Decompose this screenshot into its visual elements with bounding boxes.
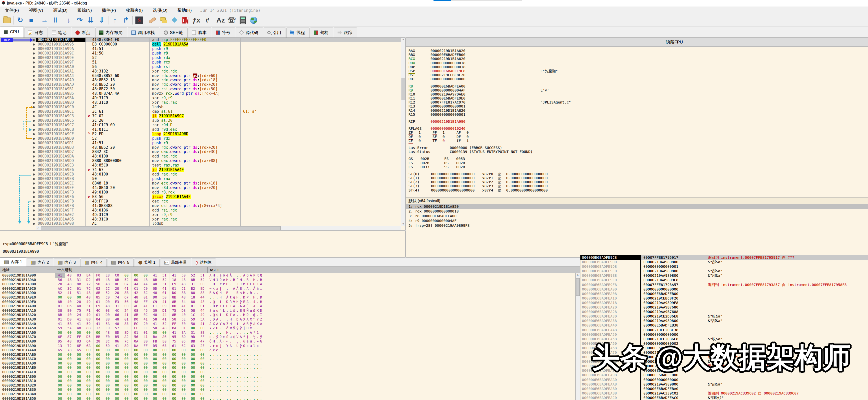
disasm-row[interactable]: 00000219D1B1AA08AClodsb [0,222,405,226]
stack-row[interactable]: 000000E6BADFE9E000000219AA989800&"郘&a" [581,269,868,273]
breakpoint-dot[interactable] [33,97,35,99]
stack-row[interactable]: 000000E6BADFEA4800000219CE2D3F38 [581,328,868,332]
patches-icon[interactable] [147,15,158,26]
tab-线程[interactable]: 线程 [286,28,310,37]
breakpoint-dot[interactable] [33,223,35,225]
disasm-row[interactable]: 00000219D1B1A9E348:85C0test rax,rax [0,163,405,168]
functions-icon[interactable]: ƒx [191,15,202,26]
dump-row[interactable]: 00000219D1B1AA0001D64D31C94831C0AC41C1C9… [0,304,576,309]
stack-row[interactable]: 000000E6BADFEA3800000219AA989800&"郘&a" [581,318,868,323]
stack-row[interactable]: 000000E6BADFE9C800007FFE81795917返回到 inst… [581,255,868,260]
stack-row[interactable]: 000000E6BADFE9E800000219AA989800&"郘&a" [581,273,868,278]
stack-row[interactable]: 000000E6BADFEA2000000219AA9B7680 [581,305,868,310]
disasm-row[interactable]: 00000219D1B1A9CB41:01C1add r9d,eax [0,127,405,132]
dump-tab-内存 2[interactable]: 内存 2 [27,258,53,266]
trace-over-icon[interactable]: ⇓ [96,15,107,26]
tab-引用[interactable]: 引用 [264,28,286,37]
disasm-row[interactable]: 00000219D1B1A9FF48:01D6add rsi,rdx [0,208,405,213]
scroll-down-icon[interactable]: ∨ [401,222,405,225]
open-file-icon[interactable] [1,15,12,26]
dump-row[interactable]: 00000219D1B1AAB0000000000000000000000000… [0,352,576,357]
breakpoint-dot[interactable] [33,111,35,113]
breakpoint-dot[interactable] [33,151,35,153]
disasm-row[interactable]: 00000219D1B1A99C41:50push r8 [0,51,405,56]
disasm-scroll-thumb[interactable] [402,78,405,100]
tab-笔记[interactable]: 笔记 [48,28,71,37]
breakpoint-dot[interactable] [33,169,35,171]
breakpoint-dot[interactable] [33,178,35,180]
dump-row[interactable]: 00000219D1B1A9D0524151488B52208B423C4801… [0,291,576,295]
pause-icon[interactable]: ‖ [50,15,61,26]
breakpoint-dot[interactable] [33,102,35,104]
tab-内存布局[interactable]: 内存布局 [95,28,127,37]
stack-row[interactable]: 000000E6BADFEAB800000219AC339C02返回到 0000… [581,391,868,396]
stack-row[interactable]: 000000E6BADFEA3000000219CE2D36E8&"哎&a" [581,314,868,318]
disasm-hscroll-thumb[interactable] [41,226,281,230]
dump-row[interactable]: 00000219D1B1A9B020488B7250480FB74A4A4D31… [0,282,576,286]
favourites-icon[interactable]: ❖ [169,15,180,26]
dump-row[interactable]: 00000219D1B1A9C0AC3C617C022C2041C1C90D41… [0,286,576,291]
breakpoint-dot[interactable] [33,120,35,122]
dump-row[interactable]: 00000219D1B1A9F08B40204901D0E35648FFC941… [0,300,576,304]
scroll-up-icon[interactable]: ∧ [401,38,405,42]
stack-row[interactable]: 000000E6BADFEAC0000000E6BADFEAC0&"狸吆?" [581,396,868,400]
stack-row[interactable]: 000000E6BADFE9F000000219AA9899F8 [581,278,868,282]
breakpoint-dot[interactable] [33,165,35,167]
disasm-row[interactable]: 00000219D1B1A9D141:51push r9 [0,141,405,145]
bookmarks-icon[interactable] [180,15,191,26]
rflags-row[interactable]: RFLAGS0000000000010246 [408,126,868,131]
dump-row[interactable]: 00000219D1B1A990414883E4F0E8C00000004151… [0,273,576,278]
disasm-row[interactable]: 00000219D1B1A99E52push rdx [0,56,405,60]
dump-row[interactable]: 00000219D1B1AB30000000000000000000000000… [0,388,576,392]
disasm-row[interactable]: 00000219D1B1A9DA48:01D0add rax,rdx [0,154,405,159]
disasm-row[interactable]: 00000219D1B1AA0548:31C0xor rax,rax [0,217,405,222]
register-row[interactable]: R1400000219D1B1A820 [408,109,868,113]
disasm-row[interactable]: 00000219D1B1A9A948:8B52 18mov rdx,qword … [0,78,405,83]
breakpoint-dot[interactable] [33,115,35,117]
dump-col-address[interactable]: 地址 [0,267,55,273]
breakpoint-dot[interactable] [33,205,35,207]
tab-CPU[interactable]: CPU [0,27,24,37]
register-row[interactable]: RBX000000E6BADFEB00 [408,53,868,57]
stack-row[interactable]: 000000E6BADFEAB0000000E6BADFEBA0 [581,387,868,391]
breakpoint-dot[interactable] [33,192,35,194]
run-to-user-code-icon[interactable]: ↱ [120,15,131,26]
menu-item-插件P[interactable]: 插件(P) [97,6,121,14]
disasm-row[interactable]: 00000219D1B1A99F51push rcx [0,60,405,65]
disasm-row[interactable]: 00000219D1B1A9FB41:8B3488mov esi,dword p… [0,204,405,208]
tab-句柄[interactable]: 句柄 [310,28,333,37]
register-row[interactable]: RCX00000219D1B1A820 [408,57,868,61]
register-row[interactable]: RSI00000219CEBC8F20 [408,73,868,77]
register-row[interactable]: RDX0000000000000018 [408,61,868,65]
breakpoint-dot[interactable] [33,79,35,81]
disasm-row[interactable]: 00000219D1B1A99A41:51push r9 [0,47,405,51]
dump-scroll-thumb[interactable] [576,278,580,296]
breakpoint-dot[interactable] [33,142,35,144]
disasm-row[interactable]: 00000219D1B1A9C52C 20sub al,20 [0,118,405,123]
breakpoint-dot[interactable] [33,88,35,90]
stack-row[interactable]: 000000E6BADFE9D000000219AA989800&"郘&a" [581,260,868,264]
disasm-row[interactable]: 00000219D1B1A9F6vE3 56jrcxz 219D1B1AA4E [0,195,405,199]
dump-row[interactable]: 00000219D1B1AB40000000000000000000000000… [0,392,576,397]
dump-tab-内存 3[interactable]: 内存 3 [54,258,80,266]
disasm-row[interactable]: 00000219D1B1A9A148:31D2xor rdx,rdx [0,69,405,74]
stack-row[interactable]: 000000E6BADFEA40000000E6BADFEB38 [581,323,868,327]
breakpoint-dot[interactable] [33,173,35,175]
dump-row[interactable]: 00000219D1B1AAF0000000000000000000000000… [0,370,576,374]
dump-row[interactable]: 00000219D1B1AAA0657865000000000000000000… [0,348,576,352]
disassembly-panel[interactable]: 00000219D1B1A9904148:83E4 F0and rsp,FFFF… [0,37,405,230]
register-row[interactable]: R150000000000000001 [408,113,868,116]
register-row[interactable]: R900000000000004AFL'ү' [408,88,868,92]
breakpoint-dot[interactable] [33,160,35,162]
disasm-horizontal-scrollbar[interactable]: ‹ [36,226,401,230]
website-icon[interactable] [248,15,259,26]
register-row[interactable]: RSP000000E6BADFE9C8L"夗腹翾" [408,69,868,73]
dump-row[interactable]: 00000219D1B1AA208B40244901D066418B0C4844… [0,313,576,317]
stack-row[interactable]: 000000E6BADFEA08000000E6BADFEB00 [581,291,868,296]
disasm-row[interactable]: 00000219D1B1A9EC8B48 18mov ecx,dword ptr… [0,181,405,186]
breakpoint-dot[interactable] [33,218,35,220]
tab-跟踪[interactable]: 跟踪 [334,28,357,37]
breakpoint-dot[interactable] [33,93,35,95]
register-row[interactable]: R8000000E6BADFEA00 [408,84,868,88]
dump-row[interactable]: 00000219D1B1AA9013726F6A00594189DAFFD563… [0,344,576,348]
